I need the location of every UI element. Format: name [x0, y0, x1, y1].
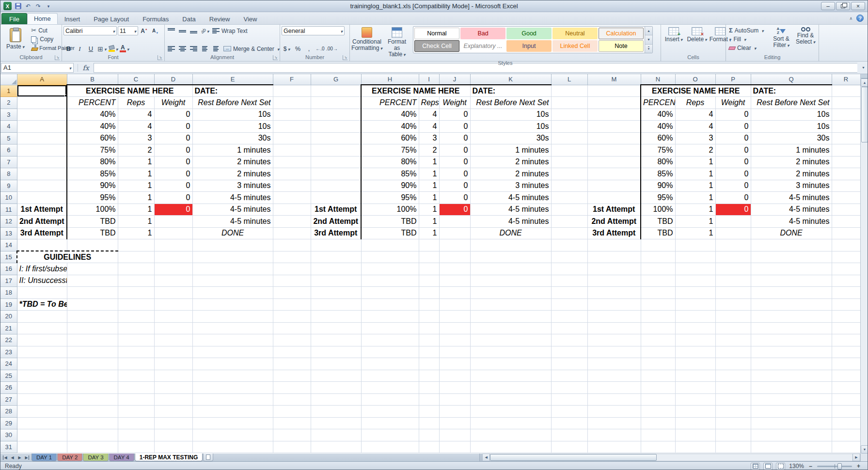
- scroll-left-button[interactable]: ◀: [482, 454, 490, 461]
- cell-F8[interactable]: [273, 168, 311, 180]
- cell-Q27[interactable]: [751, 393, 832, 406]
- cell-D10[interactable]: 0: [154, 192, 192, 204]
- cell-R27[interactable]: [832, 393, 860, 406]
- sheet-tab-day-3[interactable]: DAY 3: [83, 454, 108, 461]
- cell-B6[interactable]: 75%: [67, 144, 118, 157]
- row-header-4[interactable]: 4: [0, 121, 17, 133]
- row-header-21[interactable]: 21: [0, 322, 17, 334]
- cell-H10[interactable]: 95%: [361, 192, 419, 204]
- cell-C10[interactable]: 1: [118, 192, 154, 204]
- cell-D13[interactable]: [154, 227, 192, 239]
- format-as-table-button[interactable]: Format as Table: [383, 26, 410, 59]
- cell-E30[interactable]: [192, 429, 273, 441]
- cell-N1[interactable]: EXERCISE NAME HERE: [641, 85, 751, 97]
- cell-I30[interactable]: [419, 429, 439, 441]
- cell-N31[interactable]: [641, 441, 675, 453]
- cell-J27[interactable]: [439, 393, 470, 406]
- cell-E20[interactable]: [192, 311, 273, 323]
- zoom-slider-thumb[interactable]: [837, 463, 842, 470]
- column-header-P[interactable]: P: [715, 74, 751, 85]
- cell-I10[interactable]: 1: [419, 192, 439, 204]
- cell-M4[interactable]: [587, 121, 641, 133]
- cell-J2[interactable]: Weight: [439, 97, 470, 109]
- cell-N16[interactable]: [641, 263, 675, 275]
- cell-P5[interactable]: 0: [715, 132, 751, 144]
- cell-R23[interactable]: [832, 346, 860, 358]
- cell-L11[interactable]: [551, 204, 587, 216]
- ribbon-tab-file[interactable]: File: [1, 13, 27, 24]
- cell-I14[interactable]: [419, 239, 439, 251]
- cell-R11[interactable]: [832, 204, 860, 216]
- cell-C18[interactable]: [118, 287, 154, 299]
- cell-K16[interactable]: [470, 263, 551, 275]
- cell-H28[interactable]: [361, 406, 419, 418]
- cell-G30[interactable]: [311, 429, 361, 441]
- cell-G9[interactable]: [311, 180, 361, 192]
- first-sheet-button[interactable]: ◀: [1, 454, 9, 461]
- cell-O11[interactable]: 1: [675, 204, 715, 216]
- cell-J11[interactable]: 0: [439, 204, 470, 216]
- cell-O30[interactable]: [675, 429, 715, 441]
- cell-Q11[interactable]: 4-5 minutes: [751, 204, 832, 216]
- cell-M22[interactable]: [587, 334, 641, 346]
- column-header-H[interactable]: H: [361, 74, 419, 85]
- cell-I9[interactable]: 1: [419, 180, 439, 192]
- cell-C4[interactable]: 4: [118, 121, 154, 133]
- row-header-18[interactable]: 18: [0, 287, 17, 299]
- cell-R18[interactable]: [832, 287, 860, 299]
- cell-N12[interactable]: TBD: [641, 216, 675, 228]
- cell-R13[interactable]: [832, 227, 860, 239]
- cell-G10[interactable]: [311, 192, 361, 204]
- column-header-R[interactable]: R: [832, 74, 860, 85]
- row-header-23[interactable]: 23: [0, 346, 17, 358]
- cell-M13[interactable]: 3rd Attempt: [587, 227, 641, 239]
- cell-J16[interactable]: [439, 263, 470, 275]
- cell-D22[interactable]: [154, 334, 192, 346]
- cell-B13[interactable]: TBD: [67, 227, 118, 239]
- cell-D28[interactable]: [154, 406, 192, 418]
- cell-I29[interactable]: [419, 417, 439, 429]
- cell-L14[interactable]: [551, 239, 587, 251]
- cell-L21[interactable]: [551, 322, 587, 334]
- styles-more-button[interactable]: [645, 44, 652, 53]
- cell-D19[interactable]: [154, 298, 192, 311]
- cell-A16[interactable]: I: If first/subsequent attempts are succ…: [17, 263, 67, 275]
- cell-C19[interactable]: [118, 298, 154, 311]
- cell-N23[interactable]: [641, 346, 675, 358]
- cell-P4[interactable]: 0: [715, 121, 751, 133]
- cell-E19[interactable]: [192, 298, 273, 311]
- cell-Q3[interactable]: 10s: [751, 109, 832, 121]
- cell-M11[interactable]: 1st Attempt: [587, 204, 641, 216]
- cell-A2[interactable]: [17, 97, 67, 109]
- cell-O12[interactable]: 1: [675, 216, 715, 228]
- horizontal-scrollbar[interactable]: ◀ ▶: [482, 454, 860, 461]
- cell-C7[interactable]: 1: [118, 156, 154, 168]
- cell-E16[interactable]: [192, 263, 273, 275]
- cell-K14[interactable]: [470, 239, 551, 251]
- cell-E14[interactable]: [192, 239, 273, 251]
- cell-L20[interactable]: [551, 311, 587, 323]
- cell-P11[interactable]: 0: [715, 204, 751, 216]
- cell-N21[interactable]: [641, 322, 675, 334]
- cell-P24[interactable]: [715, 358, 751, 370]
- cell-G20[interactable]: [311, 311, 361, 323]
- cell-E3[interactable]: 10s: [192, 109, 273, 121]
- cell-C16[interactable]: [118, 263, 154, 275]
- cell-H18[interactable]: [361, 287, 419, 299]
- cell-B4[interactable]: 40%: [67, 121, 118, 133]
- cell-C13[interactable]: 1: [118, 227, 154, 239]
- cell-E15[interactable]: [192, 251, 273, 263]
- cell-N7[interactable]: 80%: [641, 156, 675, 168]
- ribbon-tab-home[interactable]: Home: [27, 13, 58, 24]
- cell-J19[interactable]: [439, 298, 470, 311]
- cell-M20[interactable]: [587, 311, 641, 323]
- cell-I27[interactable]: [419, 393, 439, 406]
- cell-C2[interactable]: Reps: [118, 97, 154, 109]
- cell-K9[interactable]: 3 minutes: [470, 180, 551, 192]
- cell-L2[interactable]: [551, 97, 587, 109]
- cell-P10[interactable]: 0: [715, 192, 751, 204]
- cell-H20[interactable]: [361, 311, 419, 323]
- cell-N2[interactable]: PERCENT: [641, 97, 675, 109]
- cell-I12[interactable]: 1: [419, 216, 439, 228]
- cell-C26[interactable]: [118, 382, 154, 394]
